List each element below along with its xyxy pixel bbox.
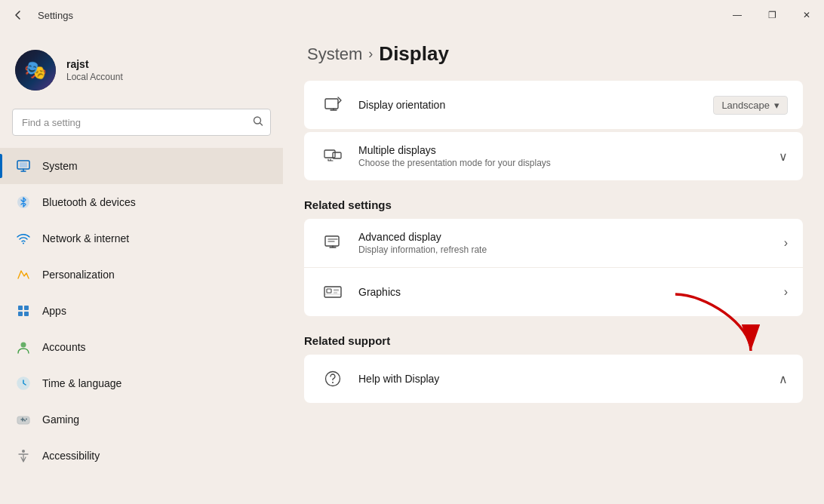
main-content: System › Display Display orientation bbox=[283, 30, 824, 504]
landscape-dropdown[interactable]: Landscape ▾ bbox=[713, 96, 788, 115]
sidebar-item-gaming[interactable]: Gaming bbox=[0, 401, 283, 438]
system-icon bbox=[15, 158, 32, 174]
related-settings-header: Related settings bbox=[283, 183, 824, 219]
avatar-image bbox=[15, 50, 56, 91]
advanced-display-chevron: › bbox=[784, 236, 788, 250]
sidebar-item-network[interactable]: Network & internet bbox=[0, 220, 283, 257]
maximize-button[interactable]: ❐ bbox=[755, 0, 789, 30]
top-settings-section: Display orientation Landscape ▾ bbox=[283, 81, 824, 129]
breadcrumb-current: Display bbox=[379, 42, 449, 66]
sidebar-item-time[interactable]: Time & language bbox=[0, 365, 283, 401]
svg-point-24 bbox=[332, 382, 334, 383]
sidebar-item-label-system: System bbox=[42, 160, 78, 172]
display-orientation-text: Display orientation bbox=[358, 99, 701, 111]
user-info: rajst Local Account bbox=[66, 58, 123, 82]
svg-rect-22 bbox=[334, 292, 337, 293]
svg-rect-16 bbox=[324, 150, 335, 158]
sidebar-item-accounts[interactable]: Accounts bbox=[0, 329, 283, 365]
app-title: Settings bbox=[38, 10, 73, 21]
advanced-display-subtitle: Display information, refresh rate bbox=[358, 244, 772, 255]
svg-point-13 bbox=[24, 420, 26, 422]
related-support-header: Related support bbox=[283, 319, 824, 355]
sidebar-item-accessibility[interactable]: Accessibility bbox=[0, 438, 283, 474]
svg-rect-21 bbox=[334, 289, 339, 291]
graphics-icon bbox=[319, 278, 346, 306]
minimize-button[interactable]: — bbox=[720, 0, 755, 30]
display-orientation-item[interactable]: Display orientation Landscape ▾ bbox=[304, 81, 803, 129]
svg-point-12 bbox=[26, 419, 27, 420]
advanced-display-title: Advanced display bbox=[358, 231, 772, 243]
help-display-item[interactable]: Help with Display ∧ bbox=[304, 355, 803, 403]
display-orientation-icon bbox=[319, 91, 346, 118]
graphics-text: Graphics bbox=[358, 286, 772, 298]
titlebar: Settings — ❐ ✕ bbox=[0, 0, 824, 30]
sidebar: rajst Local Account bbox=[0, 30, 283, 504]
multiple-displays-text: Multiple displays Choose the presentatio… bbox=[358, 144, 767, 168]
breadcrumb-separator: › bbox=[368, 46, 373, 62]
app-body: rajst Local Account bbox=[0, 30, 824, 504]
bluetooth-icon bbox=[15, 194, 32, 211]
sidebar-item-apps[interactable]: Apps bbox=[0, 293, 283, 329]
support-card: Help with Display ∧ bbox=[304, 355, 803, 403]
time-icon bbox=[15, 375, 32, 392]
accounts-icon bbox=[15, 339, 32, 355]
display-orientation-title: Display orientation bbox=[358, 99, 701, 111]
sidebar-item-label-network: Network & internet bbox=[42, 232, 129, 244]
user-account-type: Local Account bbox=[66, 72, 123, 82]
help-display-text: Help with Display bbox=[358, 373, 767, 385]
search-input[interactable] bbox=[12, 109, 271, 136]
breadcrumb: System › Display bbox=[283, 30, 824, 81]
accessibility-icon bbox=[15, 447, 32, 464]
breadcrumb-parent: System bbox=[307, 45, 362, 64]
graphics-item[interactable]: Graphics › bbox=[304, 267, 803, 316]
help-display-title: Help with Display bbox=[358, 373, 767, 385]
svg-rect-7 bbox=[18, 312, 23, 316]
help-display-icon bbox=[319, 365, 346, 392]
personalization-icon bbox=[15, 266, 32, 283]
svg-point-4 bbox=[23, 243, 24, 244]
advanced-display-text: Advanced display Display information, re… bbox=[358, 231, 772, 255]
sidebar-item-label-personalization: Personalization bbox=[42, 269, 115, 281]
svg-rect-8 bbox=[24, 312, 29, 316]
sidebar-item-bluetooth[interactable]: Bluetooth & devices bbox=[0, 184, 283, 220]
sidebar-item-label-accounts: Accounts bbox=[42, 341, 86, 353]
sidebar-item-label-time: Time & language bbox=[42, 377, 121, 389]
multiple-displays-title: Multiple displays bbox=[358, 144, 767, 156]
multiple-displays-item[interactable]: Multiple displays Choose the presentatio… bbox=[304, 132, 803, 180]
window-controls: — ❐ ✕ bbox=[720, 0, 824, 30]
svg-rect-5 bbox=[18, 306, 23, 310]
sidebar-item-system[interactable]: System bbox=[0, 148, 283, 184]
avatar bbox=[15, 50, 56, 91]
user-profile: rajst Local Account bbox=[0, 38, 283, 106]
gaming-icon bbox=[15, 411, 32, 428]
advanced-display-icon bbox=[319, 229, 346, 257]
graphics-title: Graphics bbox=[358, 286, 772, 298]
multiple-displays-chevron: ∨ bbox=[779, 149, 788, 164]
svg-point-14 bbox=[22, 450, 25, 453]
help-display-chevron: ∧ bbox=[779, 372, 788, 386]
sidebar-item-label-accessibility: Accessibility bbox=[42, 450, 100, 462]
related-support-section: Help with Display ∧ bbox=[283, 355, 824, 403]
multiple-displays-icon bbox=[319, 143, 346, 170]
sidebar-item-label-bluetooth: Bluetooth & devices bbox=[42, 196, 136, 208]
svg-point-9 bbox=[21, 343, 26, 348]
network-icon bbox=[15, 230, 32, 247]
back-button[interactable] bbox=[6, 3, 30, 27]
titlebar-left: Settings bbox=[6, 3, 73, 27]
apps-icon bbox=[15, 303, 32, 319]
display-orientation-action: Landscape ▾ bbox=[713, 96, 788, 115]
related-settings-card: Advanced display Display information, re… bbox=[304, 219, 803, 316]
sidebar-nav: System Bluetooth & devices bbox=[0, 148, 283, 474]
username: rajst bbox=[66, 58, 123, 70]
close-button[interactable]: ✕ bbox=[789, 0, 824, 30]
svg-rect-15 bbox=[325, 99, 338, 109]
top-card: Display orientation Landscape ▾ bbox=[304, 81, 803, 129]
advanced-display-item[interactable]: Advanced display Display information, re… bbox=[304, 219, 803, 267]
svg-rect-11 bbox=[17, 416, 29, 424]
multiple-displays-subtitle: Choose the presentation mode for your di… bbox=[358, 158, 767, 168]
sidebar-item-personalization[interactable]: Personalization bbox=[0, 257, 283, 293]
related-settings-section: Advanced display Display information, re… bbox=[283, 219, 824, 316]
search-box bbox=[12, 109, 271, 136]
svg-rect-6 bbox=[24, 306, 29, 310]
landscape-label: Landscape bbox=[721, 100, 770, 111]
